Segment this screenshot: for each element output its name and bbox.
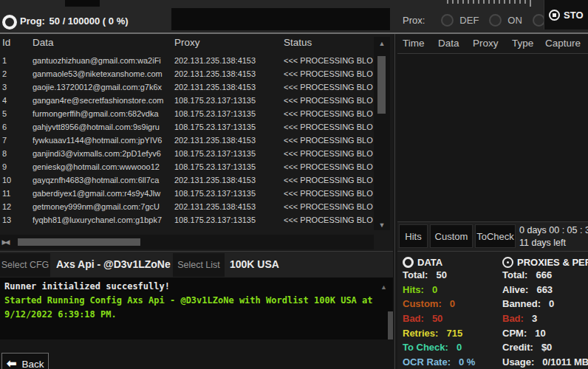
cell-data: gantuozhizhuan@gmail.com:wa2iFi: [33, 54, 172, 67]
stat-alive: Alive:663: [502, 284, 588, 298]
stat-label: Banned:: [502, 298, 541, 309]
tab-tocheck[interactable]: ToCheck: [475, 224, 516, 248]
proxy-mode-def[interactable]: DEF: [441, 14, 479, 27]
stat-value: 0: [432, 284, 437, 295]
scrollbar-thumb[interactable]: [377, 56, 386, 114]
stat-label: Hits:: [403, 284, 424, 295]
scrollbar-thumb[interactable]: [18, 238, 140, 246]
data-table-panel: Id Data Proxy Status 1gantuozhizhuan@gma…: [0, 34, 393, 251]
cell-proxy: 108.175.23.137:13135: [174, 213, 282, 227]
cell-id: 12: [2, 200, 30, 213]
stat-usage: Usage:0/1011 MB: [502, 356, 588, 369]
vertical-scrollbar[interactable]: ▲ ▼: [374, 37, 390, 230]
cell-id: 6: [2, 120, 30, 134]
table-row[interactable]: 11gaberdiyex1@gmail.com:r4s9y4Jlw108.175…: [0, 187, 374, 200]
back-button[interactable]: ⬅ Back: [1, 353, 49, 369]
stat-retries: Retries:715: [403, 328, 502, 342]
hits-table-body: [397, 54, 588, 221]
table-row[interactable]: 8ganjindi3@vixmalls.com:2pD1efyv6108.175…: [0, 147, 374, 160]
tab-custom[interactable]: Custom: [430, 224, 473, 248]
cell-status: <<< PROCESSING BLOC: [284, 54, 373, 67]
scroll-right-icon[interactable]: ▶: [0, 238, 9, 246]
table-row[interactable]: 9genieskg@hotmail.com:wwwooo12108.175.23…: [0, 160, 374, 173]
cell-status: <<< PROCESSING BLOC: [284, 213, 373, 227]
cell-proxy: 108.175.23.137:13135: [174, 147, 282, 160]
tick-mark: [524, 0, 526, 4]
table-row[interactable]: 1gantuozhizhuan@gmail.com:wa2iFi202.131.…: [0, 54, 374, 67]
column-header-status: Status: [284, 37, 312, 48]
cropped-control-fragment: [65, 0, 100, 7]
scroll-down-icon[interactable]: ▼: [374, 221, 390, 229]
cell-proxy: 108.175.23.137:13135: [174, 120, 282, 134]
stat-tocheck: To Check:0: [403, 342, 502, 356]
stat-total: Total:50: [403, 269, 502, 283]
cell-status: <<< PROCESSING BLOC: [284, 187, 373, 200]
cell-data: ganmaole53@niketexanshome.com: [33, 67, 172, 80]
data-table-body: 1gantuozhizhuan@gmail.com:wa2iFi202.131.…: [0, 54, 374, 236]
select-cfg-button[interactable]: Select CFG: [0, 253, 50, 277]
table-row[interactable]: 3gaojie.13720012@gmail.com:g7k6x202.131.…: [0, 80, 374, 94]
tab-hits[interactable]: Hits: [399, 224, 428, 248]
table-row[interactable]: 10gayqznfh4683@hotmail.com:6ll7ca202.131…: [0, 173, 374, 187]
stop-label: STO: [564, 10, 584, 21]
cell-status: <<< PROCESSING BLOC: [284, 120, 373, 134]
column-header-time: Time: [403, 38, 425, 49]
stat-hits: Hits:0: [403, 284, 502, 298]
proxy-stats-column: PROXIES & PERF Total:666Alive:663Banned:…: [502, 255, 588, 369]
data-stats-column: DATA Total:50Hits:0Custom:0Bad:50Retries…: [403, 255, 502, 369]
stat-label: CPM:: [502, 328, 527, 339]
cell-id: 2: [2, 67, 30, 80]
stat-label: To Check:: [403, 342, 448, 353]
cell-proxy: 202.131.235.138:4153: [174, 134, 282, 147]
stop-button[interactable]: STO: [544, 0, 588, 30]
hits-footer: Hits Custom ToCheck 0 days 00 : 05 : 3 1…: [397, 221, 588, 251]
threads-slider-ticks: [447, 0, 535, 7]
tick-mark: [452, 0, 454, 4]
column-header-capture: Capture: [545, 38, 581, 49]
tick-mark: [488, 0, 490, 4]
progress-label: Prog:: [20, 15, 45, 27]
cell-id: 13: [2, 213, 30, 227]
table-row[interactable]: 13fyqbh81@luxurychanel.com:g1bpk7108.175…: [0, 213, 374, 227]
tick-mark: [473, 0, 474, 4]
cell-id: 4: [2, 94, 30, 107]
stat-label: Total:: [403, 269, 428, 280]
cell-data: gaojie.13720012@gmail.com:g7k6x: [33, 80, 172, 94]
table-row[interactable]: 6gahjyvtt8956@hotmail.com:9s9igru108.175…: [0, 120, 374, 134]
scroll-up-icon[interactable]: ▲: [374, 40, 390, 47]
stat-value: 0: [457, 342, 462, 353]
table-row[interactable]: 7fywkuaav1144@hotmail.com:jpYIV6202.131.…: [0, 134, 374, 147]
table-row[interactable]: 4gangan4re@secretfashionstore.com108.175…: [0, 94, 374, 107]
radio-icon[interactable]: [489, 14, 502, 27]
column-header-data: Data: [33, 37, 54, 48]
data-stats-title: DATA: [417, 257, 442, 268]
radio-icon[interactable]: [441, 14, 454, 27]
proxy-stats-header: PROXIES & PERF: [502, 255, 588, 269]
horizontal-scrollbar[interactable]: ◀ ▶: [0, 235, 374, 249]
cell-id: 7: [2, 134, 30, 147]
stat-banned: Banned:0: [502, 298, 588, 312]
elapsed-time: 0 days 00 : 05 : 3: [519, 224, 588, 237]
stop-icon: [549, 10, 560, 21]
proxy-stats-title: PROXIES & PERF: [517, 257, 588, 268]
proxy-mode-on[interactable]: ON: [489, 14, 522, 27]
table-row[interactable]: 2ganmaole53@niketexanshome.com202.131.23…: [0, 67, 374, 80]
cell-status: <<< PROCESSING BLOC: [284, 134, 373, 147]
select-list-button[interactable]: Select List: [173, 253, 225, 277]
log-console: ▲ Runner initialized succesfully!Started…: [0, 277, 393, 339]
stat-value: $0: [541, 342, 552, 353]
cell-proxy: 202.131.235.138:4153: [174, 173, 282, 187]
tick-mark: [514, 0, 516, 4]
config-name: Axs Api - @D3v1LZoNe: [56, 258, 171, 270]
table-row[interactable]: 12getmoney999nm@gmail.com:7gcU202.131.23…: [0, 200, 374, 213]
data-stats-list: Total:50Hits:0Custom:0Bad:50Retries:715T…: [403, 269, 502, 369]
log-line: Runner initialized succesfully!: [4, 280, 393, 294]
column-header-proxy: Proxy: [174, 37, 200, 48]
back-label: Back: [21, 359, 44, 369]
radio-label: DEF: [459, 15, 479, 26]
cell-status: <<< PROCESSING BLOC: [284, 147, 373, 160]
cell-proxy: 202.131.235.138:4153: [174, 54, 282, 67]
scroll-up-icon[interactable]: ▲: [380, 283, 387, 291]
table-row[interactable]: 5furmongerffih@gmail.com:682vdka108.175.…: [0, 107, 374, 120]
cell-data: fywkuaav1144@hotmail.com:jpYIV6: [33, 134, 172, 147]
